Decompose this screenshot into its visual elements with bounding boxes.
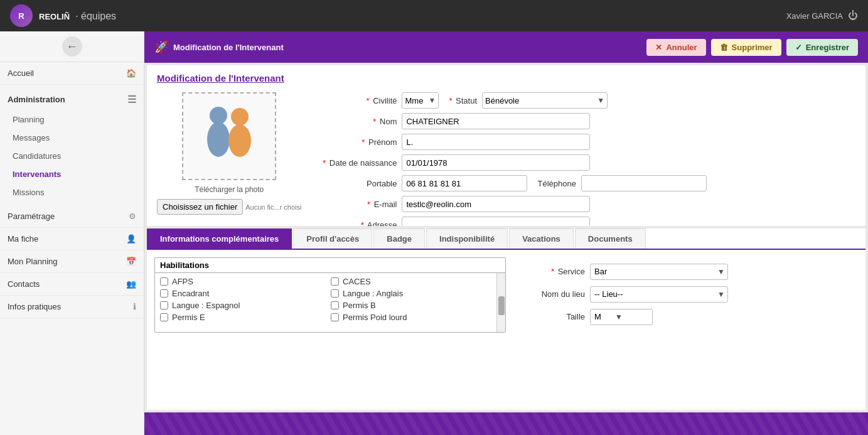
telephone-input[interactable] [581, 175, 707, 191]
nom-input[interactable] [402, 113, 590, 129]
cancel-button[interactable]: ✕ Annuler [646, 39, 705, 56]
habilitations-title: Habilitations [155, 258, 505, 273]
hab-permis-poid-checkbox[interactable] [331, 313, 339, 321]
hab-permis-e: Permis E [160, 313, 321, 322]
info-icon: ℹ [133, 302, 136, 311]
sidebar-item-accueil[interactable]: Accueil 🏠 [0, 62, 144, 85]
topbar-left: R REOLIÑ · équipes [10, 4, 116, 27]
form-fields: * Civilité MmeM. ▼ * Statut [314, 92, 855, 226]
svg-point-3 [228, 124, 251, 157]
statut-select-wrapper[interactable]: BénévoleSalariéStagiaire ▼ [482, 92, 608, 109]
page-header-actions: ✕ Annuler 🗑 Supprimer ✓ Enregistrer [646, 39, 858, 56]
topbar-right: Xavier GARCIA ⏻ [786, 10, 858, 21]
tab-profil-acces[interactable]: Profil d'accès [293, 228, 372, 249]
sidebar-item-planning[interactable]: Planning [0, 110, 144, 129]
footer-pattern [144, 412, 868, 435]
sidebar-item-parametrage[interactable]: Paramétrage ⚙ [0, 205, 144, 228]
telephone-label: Téléphone [537, 179, 576, 188]
adresse-input[interactable] [402, 217, 590, 226]
civilite-select-wrapper[interactable]: MmeM. ▼ [402, 92, 439, 109]
civilite-select[interactable]: MmeM. [402, 93, 426, 108]
sidebar-item-contacts[interactable]: Contacts 👥 [0, 273, 144, 296]
form-area: Modification de l'Intervenant [147, 65, 865, 226]
form-top: Télécharger la photo Choisissez un fichi… [157, 92, 855, 226]
sidebar-section-administration: Administration ☰ Planning Messages Candi… [0, 85, 144, 205]
hab-permis-b-checkbox[interactable] [331, 301, 339, 309]
administration-label: Administration [8, 95, 65, 104]
taille-chevron-icon: ▼ [613, 313, 625, 321]
portable-label: Portable [314, 179, 402, 188]
sidebar-item-mon-planning[interactable]: Mon Planning 📅 [0, 250, 144, 273]
taille-row: Taille XSSMLXLXXL ▼ [516, 309, 728, 325]
tab-badge[interactable]: Badge [373, 228, 425, 249]
dob-row: * Date de naissance [314, 154, 855, 171]
parametrage-label: Paramétrage [8, 212, 55, 221]
service-select-wrapper[interactable]: BarCuisineAccueil ▼ [590, 264, 728, 280]
hab-espagnol: Langue : Espagnol [160, 301, 321, 310]
hab-espagnol-checkbox[interactable] [160, 301, 168, 309]
missions-label: Missions [13, 188, 45, 197]
hab-encadrant: Encadrant [160, 289, 321, 298]
power-icon[interactable]: ⏻ [848, 10, 858, 21]
hab-afps-checkbox[interactable] [160, 277, 168, 286]
contacts-label: Contacts [8, 279, 40, 289]
nom-row: * Nom [314, 113, 855, 129]
lieu-row: Nom du lieu -- Lieu-- ▼ [516, 286, 728, 303]
taille-select-wrapper[interactable]: XSSMLXLXXL ▼ [590, 309, 653, 325]
check-icon: ✓ [795, 43, 802, 52]
chevron-down-icon: ▼ [426, 96, 438, 105]
service-row: * Service BarCuisineAccueil ▼ [516, 264, 728, 280]
service-select[interactable]: BarCuisineAccueil [591, 264, 715, 279]
portable-input[interactable] [402, 175, 527, 191]
lieu-label: Nom du lieu [516, 289, 585, 299]
statut-label: * Statut [449, 96, 477, 105]
messages-label: Messages [13, 133, 50, 142]
app-name: REOLIÑ · équipes [39, 9, 116, 23]
hab-encadrant-checkbox[interactable] [160, 289, 168, 298]
photo-section: Télécharger la photo Choisissez un fichi… [157, 92, 301, 226]
infos-label: Infos pratiques [8, 302, 61, 311]
save-button[interactable]: ✓ Enregistrer [786, 39, 858, 56]
lieu-select-wrapper[interactable]: -- Lieu-- ▼ [590, 286, 728, 303]
page-header-title: 🚀 Modification de l'Intervenant [154, 40, 284, 54]
taille-select[interactable]: XSSMLXLXXL [591, 309, 613, 325]
dob-input[interactable] [402, 154, 590, 171]
hab-caces-checkbox[interactable] [331, 277, 339, 286]
prenom-input[interactable] [402, 134, 590, 150]
civilite-label: * Civilité [314, 96, 402, 105]
sidebar-item-infos[interactable]: Infos pratiques ℹ [0, 296, 144, 318]
tab-content: Habilitations AFPS Encadrant [147, 250, 865, 411]
hab-col-right: CACES Langue : Anglais Permis B Per [326, 273, 496, 332]
sidebar-item-accueil-label: Accueil [8, 68, 34, 78]
sidebar-item-missions[interactable]: Missions [0, 183, 144, 201]
sidebar-item-ma-fiche[interactable]: Ma fiche 👤 [0, 228, 144, 250]
tab-vacations[interactable]: Vacations [509, 228, 574, 249]
dob-label: * Date de naissance [314, 158, 402, 168]
email-input[interactable] [402, 196, 590, 212]
hab-scrollbar[interactable] [496, 273, 505, 332]
scroll-thumb [498, 296, 505, 315]
delete-button[interactable]: 🗑 Supprimer [711, 39, 781, 56]
ma-fiche-label: Ma fiche [8, 234, 38, 244]
candidatures-label: Candidatures [13, 151, 61, 161]
trash-icon: 🗑 [720, 43, 728, 52]
tabs-bar: Informations complémentaires Profil d'ac… [147, 228, 865, 250]
planning-label: Planning [13, 115, 45, 124]
statut-select[interactable]: BénévoleSalariéStagiaire [483, 93, 594, 108]
habilitations-body: AFPS Encadrant Langue : Espagnol Pe [155, 273, 505, 332]
tab-documents[interactable]: Documents [575, 228, 646, 249]
tab-informations-complementaires[interactable]: Informations complémentaires [147, 228, 292, 249]
file-choose-button[interactable]: Choisissez un fichier [157, 199, 243, 215]
sidebar-item-intervenants[interactable]: Intervenants [0, 165, 144, 183]
hab-anglais-checkbox[interactable] [331, 289, 339, 298]
lieu-select[interactable]: -- Lieu-- [591, 287, 715, 302]
sidebar-item-messages[interactable]: Messages [0, 129, 144, 147]
back-button[interactable]: ← [62, 36, 82, 56]
svg-point-1 [207, 122, 230, 157]
sidebar-item-candidatures[interactable]: Candidatures [0, 147, 144, 165]
habilitations-box: Habilitations AFPS Encadrant [154, 257, 506, 333]
hab-permis-e-checkbox[interactable] [160, 313, 168, 321]
contact-row: Portable Téléphone [314, 175, 855, 191]
tab-indisponibilite[interactable]: Indisponibilité [426, 228, 508, 249]
app-logo: R [10, 4, 33, 27]
